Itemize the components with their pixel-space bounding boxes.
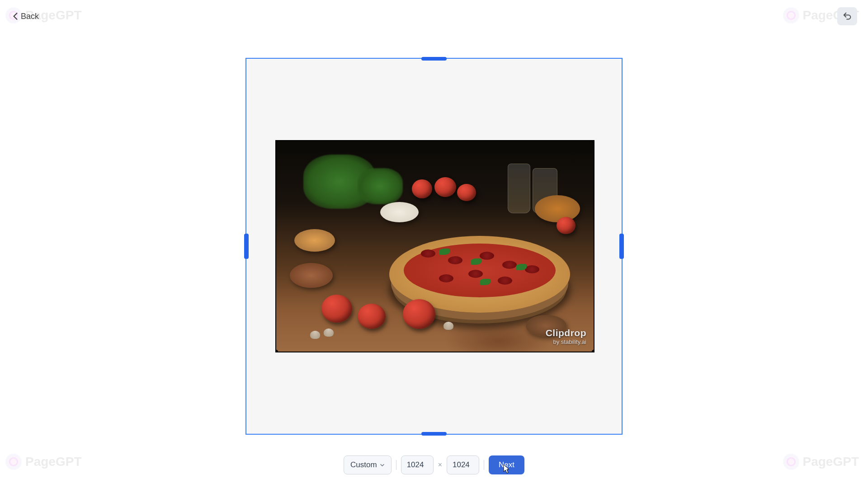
watermark-subtitle: by stability.ai <box>546 338 586 345</box>
bottom-toolbar: Custom × Next <box>344 455 524 474</box>
next-button[interactable]: Next <box>489 455 524 474</box>
back-label: Back <box>21 12 39 21</box>
width-input[interactable] <box>401 455 434 474</box>
brand-logo-icon <box>783 454 799 470</box>
aspect-ratio-select[interactable]: Custom <box>344 455 392 474</box>
chevron-left-icon <box>13 12 18 20</box>
next-label: Next <box>499 460 514 469</box>
image-handle-bottom-left[interactable] <box>275 350 278 352</box>
image-watermark: Clipdrop by stability.ai <box>546 328 586 345</box>
watermark-title: Clipdrop <box>546 328 586 338</box>
brand-logo-icon <box>5 454 22 470</box>
height-input[interactable] <box>447 455 479 474</box>
frame-handle-bottom[interactable] <box>421 432 447 436</box>
image-handle-bottom-right[interactable] <box>592 350 594 352</box>
source-image[interactable]: Clipdrop by stability.ai <box>275 140 594 352</box>
outpaint-frame[interactable]: Clipdrop by stability.ai <box>245 58 623 435</box>
toolbar-divider <box>484 460 484 470</box>
frame-handle-left[interactable] <box>244 234 249 259</box>
image-content <box>276 141 594 352</box>
undo-button[interactable] <box>837 7 857 25</box>
header: Back <box>0 0 868 33</box>
undo-icon <box>842 11 852 21</box>
image-handle-top-right[interactable] <box>592 140 594 143</box>
toolbar-divider <box>396 460 396 470</box>
brand-watermark: PageGPT <box>5 454 81 470</box>
frame-handle-right[interactable] <box>619 234 624 259</box>
brand-watermark: PageGPT <box>783 454 859 470</box>
brand-name: PageGPT <box>803 455 859 469</box>
brand-name: PageGPT <box>25 455 81 469</box>
frame-handle-top[interactable] <box>421 57 447 61</box>
chevron-down-icon <box>380 464 385 467</box>
back-button[interactable]: Back <box>11 8 41 25</box>
dimension-separator: × <box>438 461 442 469</box>
canvas-area: Clipdrop by stability.ai <box>245 58 623 435</box>
aspect-label: Custom <box>350 460 377 469</box>
